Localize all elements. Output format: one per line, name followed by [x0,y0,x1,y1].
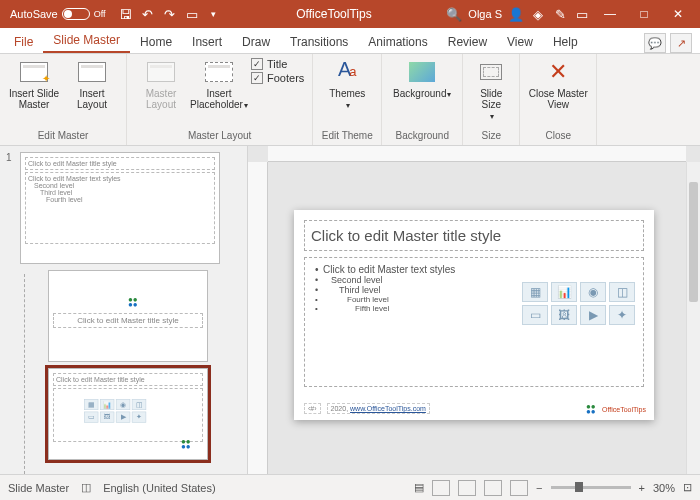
close-button[interactable]: ✕ [664,0,692,28]
zoom-in-button[interactable]: + [639,482,645,494]
autosave-toggle[interactable]: AutoSave Off [4,8,112,20]
master-thumbnail[interactable]: Click to edit Master title style Click t… [20,152,220,264]
picture-icon: ▭ [84,412,98,423]
stock-icon: ✦ [132,412,146,423]
qat-dropdown-icon[interactable]: ▾ [206,6,222,22]
diamond-icon[interactable]: ◈ [530,6,546,22]
body-placeholder[interactable]: Click to edit Master text styles Second … [304,257,644,387]
tab-draw[interactable]: Draw [232,31,280,53]
thumbnail-pane[interactable]: 1 Click to edit Master title style Click… [0,146,248,474]
toggle-icon [62,8,90,20]
tab-review[interactable]: Review [438,31,497,53]
footers-checkbox[interactable]: ✓Footers [251,72,304,84]
group-edit-master-label: Edit Master [8,130,118,143]
reading-view-button[interactable] [484,480,502,496]
tab-view[interactable]: View [497,31,543,53]
title-placeholder[interactable]: Click to edit Master title style [304,220,644,251]
themes-button[interactable]: Aa Themes▾ [321,58,373,110]
search-icon[interactable]: 🔍 [446,6,462,22]
background-label: Background▾ [393,88,451,99]
document-title: OfficeToolTips [222,7,447,21]
minimize-button[interactable]: — [596,0,624,28]
layout-thumbnail-1[interactable]: Click to edit Master title style [48,270,208,362]
user-name[interactable]: Olga S [468,8,502,20]
tab-insert[interactable]: Insert [182,31,232,53]
slide-logo: OfficeToolTips [586,402,646,416]
online-picture-icon[interactable]: 🖼 [551,305,577,325]
save-icon[interactable]: 🖫 [118,6,134,22]
thumb-l3: Third level [28,189,212,196]
fit-to-window-button[interactable]: ⊡ [683,481,692,494]
scroll-thumb[interactable] [689,182,698,302]
zoom-slider[interactable] [551,486,631,489]
group-edit-master: Insert Slide Master Insert Layout Edit M… [0,54,127,145]
background-icon [409,62,435,82]
group-background: Background▾ Background [382,54,463,145]
status-view[interactable]: Slide Master [8,482,69,494]
insert-layout-button[interactable]: Insert Layout [66,58,118,110]
close-master-view-button[interactable]: ✕ Close Master View [528,58,588,110]
quick-access-toolbar: 🖫 ↶ ↷ ▭ ▾ [118,6,222,22]
online-pic-icon: 🖼 [100,412,114,423]
group-close: ✕ Close Master View Close [520,54,597,145]
stock-image-icon[interactable]: ✦ [609,305,635,325]
group-size: Slide Size▾ Size [463,54,520,145]
logo-icon [121,295,135,309]
insert-placeholder-button[interactable]: Insert Placeholder▾ [193,58,245,110]
table-icon[interactable]: ▦ [522,282,548,302]
slide-number-ph[interactable]: ‹#› [304,403,321,414]
chart-icon: 📊 [100,399,114,410]
notes-button[interactable]: ▤ [414,481,424,494]
insert-placeholder-label: Insert Placeholder▾ [190,88,248,110]
title-checkbox[interactable]: ✓Title [251,58,304,70]
start-from-beginning-icon[interactable]: ▭ [184,6,200,22]
thumb-l2: Second level [28,182,212,189]
insert-layout-label: Insert Layout [66,88,118,110]
checkbox-checked-icon: ✓ [251,72,263,84]
maximize-button[interactable]: □ [630,0,658,28]
comments-button[interactable]: 💬 [644,33,666,53]
picture-icon[interactable]: ▭ [522,305,548,325]
close-icon: ✕ [542,58,574,86]
share-button[interactable]: ↗ [670,33,692,53]
tab-slide-master[interactable]: Slide Master [43,29,130,53]
tab-home[interactable]: Home [130,31,182,53]
footer-text-ph[interactable]: 2020, www.OfficeToolTips.com [327,403,430,414]
slide-master-icon [20,62,48,82]
accessibility-icon[interactable]: ◫ [81,481,91,494]
undo-icon[interactable]: ↶ [140,6,156,22]
insert-slide-master-label: Insert Slide Master [8,88,60,110]
coming-soon-icon[interactable]: ✎ [552,6,568,22]
chart-icon[interactable]: 📊 [551,282,577,302]
tab-transitions[interactable]: Transitions [280,31,358,53]
layout-thumbnail-2[interactable]: Click to edit Master title style ▦📊◉◫ ▭🖼… [48,368,208,460]
slideshow-view-button[interactable] [510,480,528,496]
user-avatar-icon[interactable]: 👤 [508,6,524,22]
group-size-label: Size [471,130,511,143]
layout1-title: Click to edit Master title style [53,313,203,328]
slide-editor[interactable]: Click to edit Master title style Click t… [294,210,654,420]
ribbon-display-icon[interactable]: ▭ [574,6,590,22]
slide-size-button[interactable]: Slide Size▾ [471,58,511,121]
normal-view-button[interactable] [432,480,450,496]
tab-help[interactable]: Help [543,31,588,53]
group-edit-theme: Aa Themes▾ Edit Theme [313,54,382,145]
zoom-out-button[interactable]: − [536,482,542,494]
background-button[interactable]: Background▾ [390,58,454,99]
tab-file[interactable]: File [4,31,43,53]
redo-icon[interactable]: ↷ [162,6,178,22]
3d-icon: ◫ [132,399,146,410]
sorter-view-button[interactable] [458,480,476,496]
workspace: 1 Click to edit Master title style Click… [0,146,700,474]
vertical-ruler[interactable] [248,162,268,474]
insert-slide-master-button[interactable]: Insert Slide Master [8,58,60,110]
status-language[interactable]: English (United States) [103,482,216,494]
3d-model-icon[interactable]: ◫ [609,282,635,302]
horizontal-ruler[interactable] [268,146,686,162]
zoom-level[interactable]: 30% [653,482,675,494]
tab-animations[interactable]: Animations [358,31,437,53]
smartart-icon[interactable]: ◉ [580,282,606,302]
logo-icon [181,437,195,451]
video-icon[interactable]: ▶ [580,305,606,325]
vertical-scrollbar[interactable] [686,162,700,474]
